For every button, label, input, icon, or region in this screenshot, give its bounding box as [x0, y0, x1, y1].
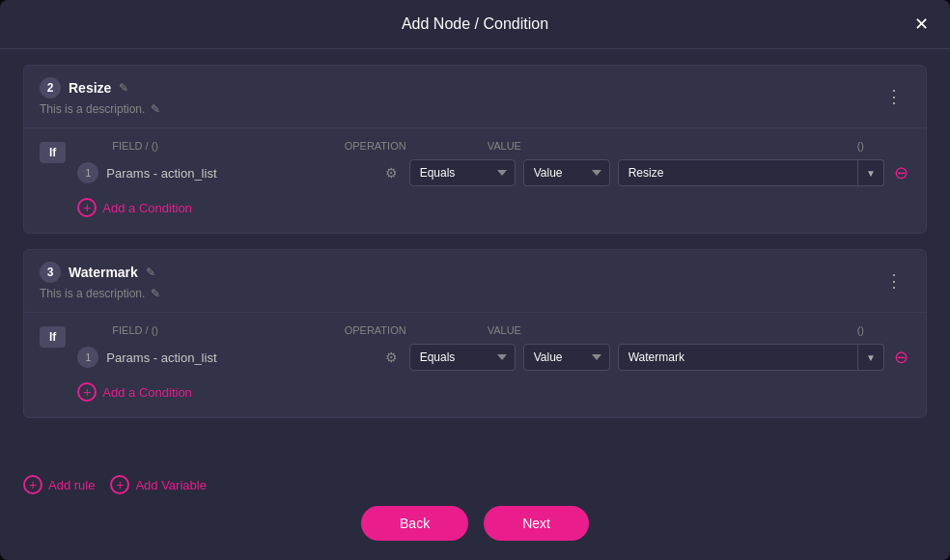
- col-paren-header-2: (): [640, 324, 864, 336]
- modal-footer: + Add rule + Add Variable Back Next: [0, 463, 950, 560]
- field-text-2-1: Params - action_list: [106, 350, 373, 365]
- value-type-select-1-1[interactable]: Value Variable: [523, 159, 610, 186]
- rule-header-left-2: 3 Watermark ✎ This is a description. ✎: [40, 262, 160, 300]
- edit-icon-2[interactable]: ✎: [146, 266, 155, 279]
- add-rule-label: Add rule: [48, 478, 95, 492]
- rule-menu-button-1[interactable]: ⋮: [878, 82, 910, 111]
- col-op-header-2: Operation: [345, 324, 480, 336]
- col-headers-2: FIELD / () Operation Value (): [77, 324, 910, 344]
- if-label-2: If: [40, 326, 66, 348]
- add-condition-circle-2: +: [77, 382, 97, 402]
- col-headers-1: FIELD / () Operation Value (): [77, 140, 910, 159]
- value-input-2-1[interactable]: [618, 344, 858, 371]
- minus-circle-icon-2-1: ⊖: [894, 347, 908, 368]
- if-label-1: If: [40, 142, 66, 163]
- gear-button-2-1[interactable]: ⚙: [381, 346, 402, 369]
- gear-icon-2-1: ⚙: [385, 350, 398, 365]
- value-type-select-2-1[interactable]: Value Variable: [523, 344, 610, 371]
- rule-title-row-1: 2 Resize ✎: [40, 77, 160, 98]
- conditions-area-1: FIELD / () Operation Value () 1 Params -…: [77, 140, 910, 221]
- modal: Add Node / Condition ✕ 2 Resize ✎: [0, 0, 950, 560]
- add-rule-button[interactable]: + Add rule: [23, 475, 95, 494]
- footer-nav: Back Next: [23, 506, 927, 541]
- modal-body: 2 Resize ✎ This is a description. ✎ ⋮: [0, 49, 950, 463]
- value-input-group-2-1: ▼: [618, 344, 884, 371]
- col-op-header-1: Operation: [345, 140, 480, 152]
- menu-icon-1: ⋮: [885, 87, 903, 106]
- col-field-header-2: FIELD / (): [112, 324, 336, 336]
- desc-edit-icon-2[interactable]: ✎: [151, 287, 160, 300]
- rule-number-2: 3: [40, 262, 61, 283]
- operation-select-1-1[interactable]: Equals Not Equals Contains: [409, 159, 516, 186]
- add-variable-label: Add Variable: [135, 478, 206, 492]
- cond-num-2-1: 1: [77, 347, 98, 368]
- desc-edit-icon-1[interactable]: ✎: [151, 102, 160, 116]
- rule-header-2: 3 Watermark ✎ This is a description. ✎ ⋮: [24, 250, 926, 313]
- add-variable-button[interactable]: + Add Variable: [110, 475, 206, 494]
- value-dropdown-btn-2-1[interactable]: ▼: [858, 344, 884, 371]
- rule-name-2: Watermark: [69, 265, 138, 280]
- rule-name-1: Resize: [69, 80, 111, 96]
- value-input-group-1-1: ▼: [618, 159, 884, 186]
- rule-menu-button-2[interactable]: ⋮: [878, 266, 910, 295]
- footer-actions: + Add rule + Add Variable: [23, 475, 927, 494]
- remove-condition-btn-2-1[interactable]: ⊖: [892, 345, 910, 370]
- field-text-1-1: Params - action_list: [106, 166, 373, 181]
- add-condition-btn-1[interactable]: + Add a Condition: [77, 194, 192, 221]
- operation-select-2-1[interactable]: Equals Not Equals Contains: [409, 344, 516, 371]
- rule-desc-2: This is a description. ✎: [40, 287, 160, 300]
- add-condition-btn-2[interactable]: + Add a Condition: [77, 378, 192, 406]
- rule-card-2: 3 Watermark ✎ This is a description. ✎ ⋮: [23, 249, 927, 418]
- rule-title-row-2: 3 Watermark ✎: [40, 262, 160, 283]
- remove-condition-btn-1-1[interactable]: ⊖: [892, 160, 910, 185]
- edit-icon-1[interactable]: ✎: [119, 81, 128, 95]
- gear-button-1-1[interactable]: ⚙: [381, 161, 402, 184]
- modal-overlay: Add Node / Condition ✕ 2 Resize ✎: [0, 0, 950, 560]
- close-icon: ✕: [914, 14, 929, 35]
- value-dropdown-btn-1-1[interactable]: ▼: [858, 159, 884, 186]
- condition-row-2-1: 1 Params - action_list ⚙ Equals Not Equa…: [77, 344, 910, 371]
- if-row-1: If FIELD / () Operation Value (): [40, 140, 910, 221]
- add-rule-icon: +: [23, 475, 42, 494]
- rule-desc-1: This is a description. ✎: [40, 102, 160, 116]
- close-button[interactable]: ✕: [908, 11, 935, 38]
- rule-number-1: 2: [40, 77, 61, 98]
- minus-circle-icon-1-1: ⊖: [894, 162, 908, 183]
- condition-row-1-1: 1 Params - action_list ⚙ Equals Not Equa…: [77, 159, 910, 186]
- rule-body-2: If FIELD / () Operation Value (): [24, 313, 926, 417]
- if-row-2: If FIELD / () Operation Value (): [40, 324, 910, 406]
- rule-body-1: If FIELD / () Operation Value (): [24, 128, 926, 233]
- cond-num-1-1: 1: [77, 162, 98, 183]
- back-button[interactable]: Back: [361, 506, 468, 541]
- gear-icon-1-1: ⚙: [385, 165, 398, 181]
- add-condition-label-1: Add a Condition: [102, 201, 192, 215]
- conditions-area-2: FIELD / () Operation Value () 1 Params -…: [77, 324, 910, 406]
- col-val-header-2: Value: [488, 324, 632, 336]
- add-condition-circle-1: +: [77, 198, 97, 217]
- rule-card-1: 2 Resize ✎ This is a description. ✎ ⋮: [23, 65, 927, 234]
- next-button[interactable]: Next: [484, 506, 589, 541]
- col-field-header-1: FIELD / (): [112, 140, 336, 152]
- modal-header: Add Node / Condition ✕: [0, 0, 950, 49]
- col-paren-header-1: (): [640, 140, 864, 152]
- add-variable-icon: +: [110, 475, 129, 494]
- modal-title: Add Node / Condition: [402, 15, 548, 33]
- rule-header-1: 2 Resize ✎ This is a description. ✎ ⋮: [24, 66, 926, 128]
- col-val-header-1: Value: [488, 140, 632, 152]
- add-condition-label-2: Add a Condition: [102, 385, 192, 400]
- rule-header-left-1: 2 Resize ✎ This is a description. ✎: [40, 77, 160, 116]
- value-input-1-1[interactable]: [618, 159, 858, 186]
- menu-icon-2: ⋮: [885, 271, 903, 291]
